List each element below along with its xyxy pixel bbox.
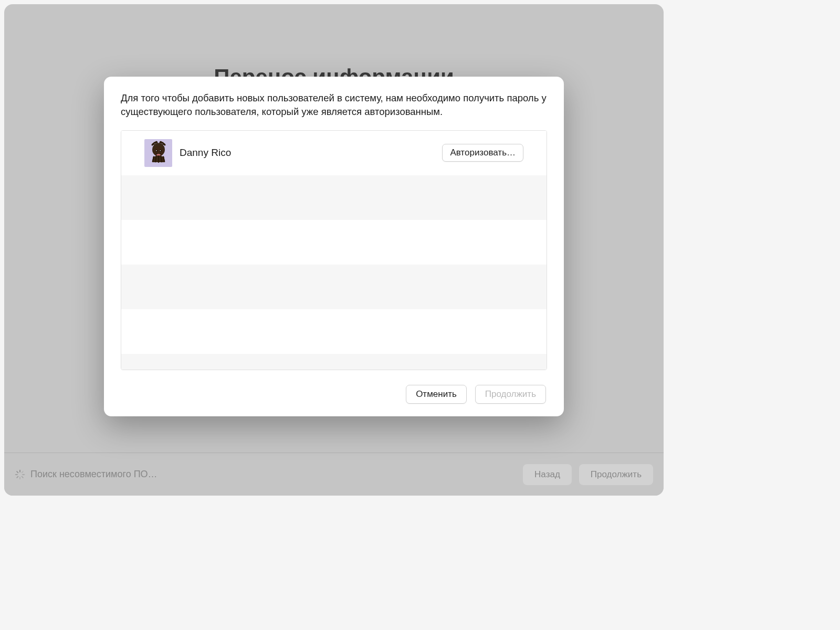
user-list: Danny Rico Авторизовать… (121, 130, 547, 370)
empty-row (121, 265, 547, 309)
bottom-buttons: Назад Продолжить (523, 464, 653, 485)
avatar (144, 139, 172, 167)
back-button: Назад (523, 464, 572, 485)
status-text: Поиск несовместимого ПО… (30, 469, 523, 480)
user-row: Danny Rico Авторизовать… (121, 131, 547, 175)
dialog-continue-button: Продолжить (475, 385, 546, 404)
empty-row (121, 220, 547, 265)
spinner-icon (15, 469, 25, 480)
continue-button: Продолжить (579, 464, 653, 485)
svg-line-3 (22, 476, 23, 477)
authorize-button[interactable]: Авторизовать… (442, 144, 523, 162)
empty-row (121, 175, 547, 220)
authorization-dialog: Для того чтобы добавить новых пользовате… (104, 77, 564, 416)
empty-row (121, 309, 547, 354)
dialog-description: Для того чтобы добавить новых пользовате… (121, 91, 547, 119)
migration-assistant-window: Перенос информации Поиск несовместимого … (4, 4, 664, 496)
svg-point-14 (156, 154, 161, 156)
dialog-buttons: Отменить Продолжить (121, 385, 547, 404)
cancel-button[interactable]: Отменить (406, 385, 467, 404)
bottom-bar: Поиск несовместимого ПО… Назад Продолжит… (4, 453, 664, 496)
svg-line-6 (17, 476, 18, 477)
svg-line-2 (17, 471, 18, 472)
user-name: Danny Rico (180, 147, 442, 159)
svg-point-13 (160, 150, 161, 151)
svg-point-12 (156, 150, 157, 151)
svg-line-7 (22, 471, 23, 472)
empty-row (121, 354, 547, 370)
